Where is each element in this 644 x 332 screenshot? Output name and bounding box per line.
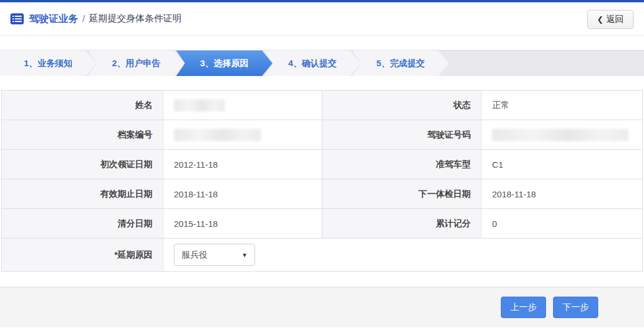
step-wizard: 1、业务须知 2、用户申告 3、选择原因 4、确认提交 5、完成提交 xyxy=(0,50,644,76)
field-value-license-number xyxy=(482,120,642,149)
table-row-deferral-reason: *延期原因 服兵役 ▼ xyxy=(2,239,642,271)
table-row: 清分日期 2015-11-18 累计记分 0 xyxy=(2,209,642,239)
deferral-reason-select[interactable]: 服兵役 ▼ xyxy=(174,244,255,266)
field-label-deferral-reason: *延期原因 xyxy=(2,239,163,271)
list-icon xyxy=(10,13,24,24)
wizard-step-2[interactable]: 2、用户申告 xyxy=(88,50,184,76)
field-label-file-number: 档案编号 xyxy=(2,120,163,149)
field-label-accumulated-points: 累计记分 xyxy=(322,209,482,238)
field-label-status: 状态 xyxy=(322,91,482,120)
field-label-license-number: 驾驶证号码 xyxy=(322,120,482,149)
field-value-file-number xyxy=(163,120,322,149)
field-value-first-issue-date: 2012-11-18 xyxy=(163,150,322,179)
back-button[interactable]: ❮ 返回 xyxy=(587,10,634,29)
wizard-step-5-label: 5、完成提交 xyxy=(376,58,424,69)
field-value-vehicle-class: C1 xyxy=(482,150,642,179)
next-step-button[interactable]: 下一步 xyxy=(553,297,598,318)
breadcrumb-root[interactable]: 驾驶证业务 xyxy=(29,12,78,26)
table-row: 档案编号 驾驶证号码 xyxy=(2,120,642,150)
deferral-reason-selected: 服兵役 xyxy=(181,250,208,261)
field-value-status: 正常 xyxy=(482,91,642,120)
wizard-step-1[interactable]: 1、业务须知 xyxy=(0,50,96,76)
wizard-step-3[interactable]: 3、选择原因 xyxy=(176,50,272,76)
redacted-value xyxy=(174,99,225,111)
wizard-step-1-label: 1、业务须知 xyxy=(24,58,72,69)
breadcrumb-current: 延期提交身体条件证明 xyxy=(89,13,181,25)
field-value-points-clear-date: 2015-11-18 xyxy=(163,209,322,238)
field-value-accumulated-points: 0 xyxy=(482,209,642,238)
wizard-step-5[interactable]: 5、完成提交 xyxy=(352,50,449,76)
field-value-deferral-reason: 服兵役 ▼ xyxy=(163,239,642,271)
table-row: 姓名 状态 正常 xyxy=(2,91,642,120)
field-label-vehicle-class: 准驾车型 xyxy=(322,150,482,179)
chevron-left-icon: ❮ xyxy=(597,15,603,24)
wizard-step-2-label: 2、用户申告 xyxy=(112,58,160,69)
caret-down-icon: ▼ xyxy=(242,252,248,258)
license-info-table: 姓名 状态 正常 档案编号 驾驶证号码 初次领证日期 2012-11-18 准驾… xyxy=(1,90,643,272)
field-value-next-checkup-date: 2018-11-18 xyxy=(482,179,642,208)
wizard-step-4[interactable]: 4、确认提交 xyxy=(264,50,361,76)
wizard-step-4-label: 4、确认提交 xyxy=(288,58,336,69)
wizard-step-3-label: 3、选择原因 xyxy=(200,58,248,69)
field-value-name xyxy=(163,91,322,120)
redacted-value xyxy=(492,129,628,141)
table-row: 初次领证日期 2012-11-18 准驾车型 C1 xyxy=(2,150,642,179)
field-label-name: 姓名 xyxy=(2,91,163,120)
breadcrumb-separator: / xyxy=(82,14,85,24)
field-label-next-checkup-date: 下一体检日期 xyxy=(322,179,482,208)
header: 驾驶证业务 / 延期提交身体条件证明 ❮ 返回 xyxy=(0,2,644,36)
field-label-points-clear-date: 清分日期 xyxy=(2,209,163,238)
field-value-expiry-date: 2018-11-18 xyxy=(163,179,322,208)
prev-step-button[interactable]: 上一步 xyxy=(501,297,546,318)
back-button-label: 返回 xyxy=(606,14,624,25)
footer-action-bar: 上一步 下一步 xyxy=(0,287,644,327)
field-label-expiry-date: 有效期止日期 xyxy=(2,179,163,208)
redacted-value xyxy=(174,129,261,141)
table-row: 有效期止日期 2018-11-18 下一体检日期 2018-11-18 xyxy=(2,179,642,209)
field-label-first-issue-date: 初次领证日期 xyxy=(2,150,163,179)
